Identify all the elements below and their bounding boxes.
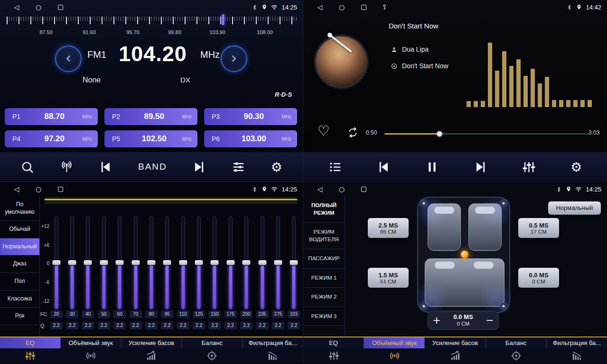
preset-button-p3[interactable]: P390.30MHz — [204, 108, 297, 125]
eq-slider-handle[interactable] — [84, 260, 92, 265]
tab-balance-icon[interactable] — [182, 350, 243, 361]
tab-bass-boost-icon[interactable] — [425, 350, 486, 361]
eq-band-slider[interactable] — [64, 216, 80, 309]
preset-button-p6[interactable]: P6103.00MHz — [204, 130, 297, 147]
eq-band-slider[interactable] — [48, 216, 64, 309]
back-button[interactable]: ◁ — [6, 185, 28, 193]
home-button[interactable]: ○ — [331, 3, 353, 11]
eq-slider-handle[interactable] — [195, 260, 203, 265]
eq-band-slider[interactable] — [286, 216, 302, 309]
delay-rear-left-button[interactable]: 1.5 MS 51 CM — [368, 268, 409, 288]
delay-decrease-button[interactable]: − — [481, 315, 498, 326]
tab-bass-boost[interactable]: Усиление басов — [425, 337, 486, 348]
tab-balance[interactable]: Баланс — [182, 337, 243, 348]
eq-preset-rock[interactable]: Рок — [0, 308, 39, 325]
tab-filter-icon[interactable] — [242, 350, 303, 361]
tab-surround-icon[interactable] — [364, 350, 425, 361]
frequency-ruler[interactable]: 87.50 91.60 95.70 99.80 103.90 108.00 — [7, 16, 298, 38]
tab-surround-icon[interactable] — [61, 350, 121, 361]
preset-button-p1[interactable]: P188.70MHz — [5, 108, 98, 125]
recents-button[interactable] — [49, 5, 71, 10]
tab-filter[interactable]: Фильтрация ба... — [243, 337, 303, 348]
tab-surround[interactable]: Объёмный звук — [61, 337, 121, 348]
home-button[interactable]: ○ — [28, 185, 49, 193]
eq-preset-classic[interactable]: Классика — [0, 291, 39, 308]
eq-band-slider[interactable] — [80, 216, 96, 309]
eq-preset-default[interactable]: По умолчанию — [0, 196, 39, 221]
eq-slider-handle[interactable] — [131, 260, 140, 265]
eq-band-slider[interactable] — [159, 216, 175, 309]
next-track-icon[interactable] — [474, 160, 487, 174]
eq-preset-custom[interactable]: Обычай — [0, 221, 39, 238]
tab-filter[interactable]: Фильтрация ба... — [547, 337, 607, 348]
tab-eq[interactable]: EQ — [0, 337, 61, 348]
eq-preset-pop[interactable]: Поп — [0, 273, 39, 291]
tune-icon[interactable] — [232, 160, 245, 174]
delay-rear-right-button[interactable]: 0.0 MS 0 CM — [518, 268, 559, 288]
eq-slider-handle[interactable] — [100, 260, 108, 265]
eq-band-slider[interactable] — [175, 216, 191, 309]
tab-balance[interactable]: Баланс — [486, 337, 547, 348]
tab-eq[interactable]: EQ — [303, 337, 364, 348]
sound-preset-button[interactable]: Нормальный — [548, 201, 601, 215]
eq-slider-handle[interactable] — [147, 260, 155, 265]
mode-passenger[interactable]: ПАССАЖИР — [303, 249, 345, 269]
playlist-icon[interactable] — [328, 160, 342, 174]
band-button[interactable]: BAND — [138, 162, 167, 172]
eq-band-slider[interactable] — [223, 216, 238, 309]
tab-bass-boost-icon[interactable] — [121, 350, 182, 361]
eq-band-slider[interactable] — [207, 216, 223, 309]
eq-band-slider[interactable] — [96, 216, 112, 309]
eq-band-slider[interactable] — [112, 216, 128, 309]
tab-eq-icon[interactable] — [0, 350, 61, 361]
back-button[interactable]: ◁ — [309, 185, 331, 193]
delay-increase-button[interactable]: + — [428, 315, 445, 326]
eq-preset-jazz[interactable]: Джаз — [0, 255, 39, 273]
eq-slider-handle[interactable] — [116, 260, 124, 265]
progress-knob[interactable] — [437, 131, 442, 136]
tab-bass-boost[interactable]: Усиление басов — [121, 337, 182, 348]
search-icon[interactable] — [20, 160, 34, 174]
eq-slider-handle[interactable] — [163, 260, 171, 265]
broadcast-icon[interactable] — [60, 160, 74, 174]
eq-slider-handle[interactable] — [226, 260, 234, 265]
favorite-icon[interactable]: ♡ — [318, 124, 330, 138]
pause-icon[interactable] — [425, 160, 439, 174]
prev-track-icon[interactable] — [377, 160, 391, 174]
mode-3[interactable]: РЕЖИМ 3 — [303, 307, 345, 327]
next-station-icon[interactable] — [192, 160, 206, 174]
settings-icon[interactable]: ⚙ — [570, 161, 582, 173]
eq-slider-handle[interactable] — [211, 260, 219, 265]
mode-driver[interactable]: РЕЖИМ ВОДИТЕЛЯ — [303, 223, 345, 249]
tuning-indicator[interactable] — [222, 14, 224, 25]
eq-band-slider[interactable] — [143, 216, 159, 309]
eq-band-slider[interactable] — [270, 216, 286, 309]
tab-balance-icon[interactable] — [486, 350, 546, 361]
equalizer-icon[interactable] — [522, 160, 536, 174]
preset-button-p4[interactable]: P497.20MHz — [5, 130, 98, 147]
preset-button-p2[interactable]: P289.50MHz — [104, 108, 197, 125]
eq-slider-handle[interactable] — [258, 260, 266, 265]
preset-button-p5[interactable]: P5102.50MHz — [104, 130, 197, 147]
eq-slider-handle[interactable] — [274, 260, 282, 265]
mode-2[interactable]: РЕЖИМ 2 — [303, 288, 345, 307]
eq-slider-handle[interactable] — [243, 260, 251, 265]
recents-button[interactable] — [49, 187, 71, 192]
mode-full[interactable]: ПОЛНЫЙ РЕЖИМ — [303, 196, 345, 223]
home-button[interactable]: ○ — [28, 3, 49, 11]
eq-slider-handle[interactable] — [179, 260, 187, 265]
recents-button[interactable] — [353, 187, 374, 192]
eq-preset-normal[interactable]: Нормальный — [0, 238, 39, 256]
listening-position-marker[interactable] — [461, 251, 468, 258]
eq-slider-handle[interactable] — [52, 260, 60, 265]
prev-station-icon[interactable] — [99, 160, 112, 174]
eq-band-slider[interactable] — [191, 216, 206, 309]
tab-surround[interactable]: Объёмный звук — [364, 337, 425, 348]
recents-button[interactable] — [353, 5, 374, 10]
delay-front-right-button[interactable]: 0.5 MS 17 CM — [518, 218, 559, 238]
tab-eq-icon[interactable] — [303, 350, 364, 361]
eq-band-slider[interactable] — [128, 216, 143, 309]
back-button[interactable]: ◁ — [309, 3, 331, 11]
seek-up-button[interactable]: › — [221, 46, 247, 72]
back-button[interactable]: ◁ — [6, 3, 28, 11]
